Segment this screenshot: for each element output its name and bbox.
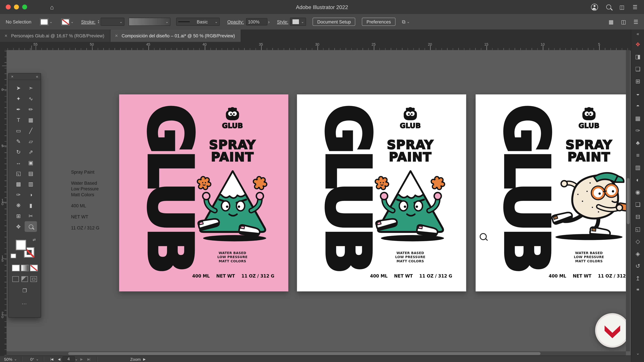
artboard-3-white[interactable]: GLUB GLUB SPRAY PAINT [476,94,626,292]
pencil-tool[interactable]: ✎ [12,136,24,147]
brushes-panel-icon[interactable]: ✑ [633,127,642,134]
swatches-panel-icon[interactable]: ▦ [633,115,642,122]
canvas-note[interactable]: NET WT [71,214,100,220]
scale-tool[interactable]: ⇗ [25,146,37,157]
document-tab-composicion[interactable]: × Composición del diseño – 01.ai* @ 50 %… [110,29,241,42]
curvature-tool[interactable]: ✏ [25,104,37,115]
transform-panel-icon[interactable]: ◇ [633,238,642,245]
rectangle-tool[interactable]: ▭ [12,125,24,136]
canvas[interactable]: Spray PaintWater Based Low Pressure Matt… [6,50,626,352]
fill-well[interactable] [15,239,27,251]
toolbar-panel-header[interactable]: × « [8,73,40,80]
swap-fill-stroke-icon[interactable]: ⇄ [33,238,36,242]
appearance-panel-icon[interactable]: ◉ [633,189,642,196]
align-panel-icon[interactable]: ⊟ [633,213,642,220]
pathfinder-panel-icon[interactable]: ◱ [633,226,642,233]
next-artboard-button[interactable]: ▶ [80,357,82,361]
default-fill-stroke-icon[interactable] [11,254,16,258]
artboard-tool[interactable]: ⊞ [12,211,24,221]
cc-libraries-panel-icon[interactable]: ❖ [633,41,642,48]
magic-wand-tool[interactable]: ✦ [12,93,24,104]
rotate-tool[interactable]: ↻ [12,146,24,157]
fill-swatch[interactable] [40,18,48,25]
canvas-note[interactable]: 400 ML [71,203,100,209]
vertical-scrollbar-thumb[interactable] [626,178,630,224]
type-tool[interactable]: T [12,114,24,125]
symbols-panel-icon[interactable]: ♣ [633,140,642,147]
width-profile-select[interactable]: ⌄ [129,17,170,26]
color-panel-icon[interactable]: ◒ [633,90,642,97]
gradient-tool[interactable]: ▥ [25,178,37,189]
eyedropper-tool[interactable]: ✑ [12,189,24,200]
close-tab-icon[interactable]: × [115,33,118,38]
collapse-panel-icon[interactable]: « [36,74,38,79]
artboard-2-white[interactable]: GLUB GLUB SPRAY PAINT [297,94,466,292]
document-setup-button[interactable]: Document Setup [313,17,356,26]
layers-panel-icon[interactable]: ❏ [633,66,642,73]
draw-inside-button[interactable] [30,276,37,282]
color-mode-button[interactable] [12,265,20,271]
grid-icon[interactable]: ▦ [608,18,614,25]
rectangular-grid-tool[interactable]: ▦ [25,114,37,125]
gradient-mode-button[interactable] [21,265,29,271]
stroke-panel-icon[interactable]: ≡ [633,152,642,159]
isolate-selection-control[interactable]: ⧉ ⌄ [402,19,410,25]
stroke-color-control[interactable]: ⌄ [62,18,74,25]
comments-panel-icon[interactable]: ❝ [633,287,642,294]
vertical-scrollbar[interactable] [626,50,630,352]
dock-scroll-down-icon[interactable]: ⌄ [631,351,644,356]
stroke-weight-stepper[interactable]: ▴ ▾ [98,20,99,24]
vertical-ruler[interactable]: 05101520 [0,50,7,356]
transparency-panel-icon[interactable]: ◐ [633,176,642,184]
artboards-panel-icon[interactable]: ⊞ [633,78,642,85]
stroke-none-swatch[interactable] [62,18,70,25]
fill-color-control[interactable]: ⌄ [40,18,52,25]
hand-tool[interactable]: ✥ [12,221,24,232]
zoom-level-select[interactable]: 50% ⌄ [4,357,17,361]
canvas-note[interactable]: Spray Paint [71,169,100,175]
navigator-panel-icon[interactable]: ◈ [633,250,642,257]
previous-artboard-button[interactable]: ◀ [58,357,60,361]
canvas-note[interactable]: 11 OZ / 312 G [71,225,100,231]
slice-tool[interactable]: ✂ [25,211,37,221]
width-tool[interactable]: ↔ [12,157,24,168]
asset-export-panel-icon[interactable]: ↥ [633,275,642,282]
lasso-tool[interactable]: ∿ [25,93,37,104]
history-panel-icon[interactable]: ↺ [633,263,642,270]
preferences-button[interactable]: Preferences [362,17,395,26]
opacity-input[interactable]: 100% [246,18,267,25]
symbol-sprayer-tool[interactable]: ❋ [12,200,24,211]
draw-behind-button[interactable] [21,276,28,282]
control-menu-icon[interactable]: ☰ [634,18,638,25]
horizontal-scrollbar[interactable] [6,351,626,355]
eraser-tool[interactable]: ▱ [25,136,37,147]
last-artboard-button[interactable]: ▶| [88,357,90,361]
expand-panels-icon[interactable]: « [631,29,644,36]
draw-normal-button[interactable] [12,276,19,282]
stroke-label[interactable]: Stroke: [81,19,96,24]
opacity-popup-arrow[interactable]: › [268,19,270,24]
color-guide-panel-icon[interactable]: ◓ [633,103,642,110]
horizontal-scrollbar-thumb[interactable] [68,352,540,355]
document-tab-personajes[interactable]: × Personajes Glub.ai @ 16,67 % (RGB/Prev… [0,29,110,42]
close-tab-icon[interactable]: × [4,33,8,38]
pen-tool[interactable]: ✒ [12,104,24,115]
brush-definition-select[interactable]: Basic ⌄ [176,17,220,26]
artboard-select-arrow[interactable]: ⌄ [75,357,78,361]
ruler-origin-corner[interactable] [0,42,7,50]
close-panel-icon[interactable]: × [11,74,14,79]
first-artboard-button[interactable]: |◀ [50,357,53,361]
stroke-weight-select[interactable]: ⌄ [101,17,124,26]
paintbrush-tool[interactable]: ╱ [25,125,37,136]
recorder-badge[interactable] [595,313,626,348]
gradient-panel-icon[interactable]: ▥ [633,164,642,171]
step-down-icon[interactable]: ▾ [98,22,99,24]
style-label[interactable]: Style: [277,19,288,24]
canvas-note[interactable]: Water Based Low Pressure Matt Colors [71,180,100,197]
none-mode-button[interactable] [30,265,38,271]
mesh-tool[interactable]: ▩ [12,178,24,189]
column-graph-tool[interactable]: ▮ [25,200,37,211]
free-transform-tool[interactable]: ▣ [25,157,37,168]
selection-tool[interactable]: ➤ [12,82,24,93]
edit-toolbar-button[interactable]: … [8,299,40,305]
